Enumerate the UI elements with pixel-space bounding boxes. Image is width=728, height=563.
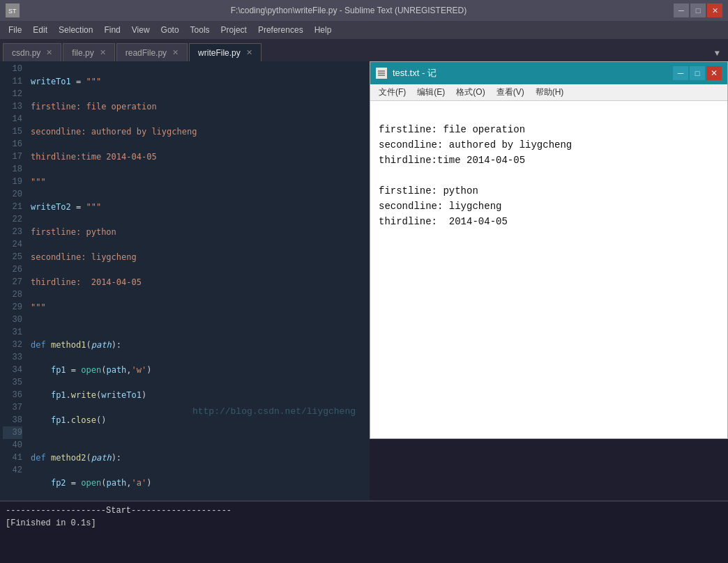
- tab-writefile[interactable]: writeFile.py ✕: [189, 43, 261, 61]
- tab-dropdown-arrow[interactable]: ▼: [709, 46, 725, 61]
- tab-writefile-label: writeFile.py: [198, 48, 241, 58]
- notepad-window: test.txt - 记 ─ □ ✕ 文件(F) 编辑(E) 格式(O) 查看(…: [370, 61, 728, 439]
- notepad-menubar: 文件(F) 编辑(E) 格式(O) 查看(V) 帮助(H): [370, 84, 727, 101]
- line-numbers: 1011121314 1516171819 2021222324 2526272…: [0, 61, 25, 500]
- notepad-content[interactable]: firstline: file operation secondline: au…: [370, 101, 727, 438]
- tab-readfile-label: readFile.py: [126, 48, 167, 58]
- menu-goto[interactable]: Goto: [156, 23, 185, 37]
- notepad-title: test.txt - 记: [393, 67, 437, 79]
- tabbar: csdn.py ✕ file.py ✕ readFile.py ✕ writeF…: [0, 39, 728, 61]
- titlebar: ST F:\coding\python\writeFile.py - Subli…: [0, 0, 728, 21]
- menu-edit[interactable]: Edit: [27, 23, 53, 37]
- menu-project[interactable]: Project: [215, 23, 252, 37]
- notepad-menu-edit[interactable]: 编辑(E): [411, 85, 450, 100]
- menubar: File Edit Selection Find View Goto Tools…: [0, 21, 728, 39]
- tab-file[interactable]: file.py ✕: [63, 43, 114, 61]
- notepad-minimize[interactable]: ─: [673, 66, 688, 80]
- code-editor: 1011121314 1516171819 2021222324 2526272…: [0, 61, 370, 500]
- tabbar-right: ▼: [709, 46, 725, 61]
- code-content[interactable]: writeTo1 = """ firstline: file operation…: [25, 61, 370, 500]
- tab-file-label: file.py: [72, 48, 93, 58]
- notepad-menu-file[interactable]: 文件(F): [373, 85, 411, 100]
- main-area: 1011121314 1516171819 2021222324 2526272…: [0, 61, 728, 500]
- menu-tools[interactable]: Tools: [185, 23, 215, 37]
- tab-file-close[interactable]: ✕: [100, 48, 106, 57]
- window-controls: ─ □ ✕: [674, 3, 722, 17]
- tab-csdn[interactable]: csdn.py ✕: [3, 43, 61, 61]
- menu-find[interactable]: Find: [98, 23, 126, 37]
- console-line2: [Finished in 0.1s]: [6, 517, 722, 530]
- menu-preferences[interactable]: Preferences: [252, 23, 309, 37]
- notepad-menu-view[interactable]: 查看(V): [491, 85, 530, 100]
- notepad-menu-help[interactable]: 帮助(H): [530, 85, 570, 100]
- close-button[interactable]: ✕: [707, 3, 722, 17]
- notepad-menu-format[interactable]: 格式(O): [450, 85, 490, 100]
- notepad-close[interactable]: ✕: [706, 66, 722, 80]
- window-title: F:\coding\python\writeFile.py - Sublime …: [24, 6, 674, 15]
- tab-csdn-label: csdn.py: [12, 48, 40, 58]
- svg-text:ST: ST: [8, 8, 17, 15]
- console-line1: --------------------Start---------------…: [6, 504, 722, 517]
- app-icon: ST: [6, 3, 20, 17]
- tab-readfile[interactable]: readFile.py ✕: [116, 43, 188, 61]
- tab-readfile-close[interactable]: ✕: [172, 48, 179, 57]
- menu-view[interactable]: View: [126, 23, 156, 37]
- minimize-button[interactable]: ─: [674, 3, 689, 17]
- notepad-titlebar: test.txt - 记 ─ □ ✕: [370, 62, 727, 84]
- menu-help[interactable]: Help: [309, 23, 338, 37]
- console-output: --------------------Start---------------…: [0, 500, 728, 563]
- menu-file[interactable]: File: [3, 23, 27, 37]
- code-area: 1011121314 1516171819 2021222324 2526272…: [0, 61, 370, 500]
- menu-selection[interactable]: Selection: [53, 23, 98, 37]
- notepad-restore[interactable]: □: [690, 66, 705, 80]
- notepad-icon: [376, 68, 387, 79]
- restore-button[interactable]: □: [690, 3, 706, 17]
- tab-csdn-close[interactable]: ✕: [46, 48, 52, 57]
- tab-writefile-close[interactable]: ✕: [246, 48, 252, 57]
